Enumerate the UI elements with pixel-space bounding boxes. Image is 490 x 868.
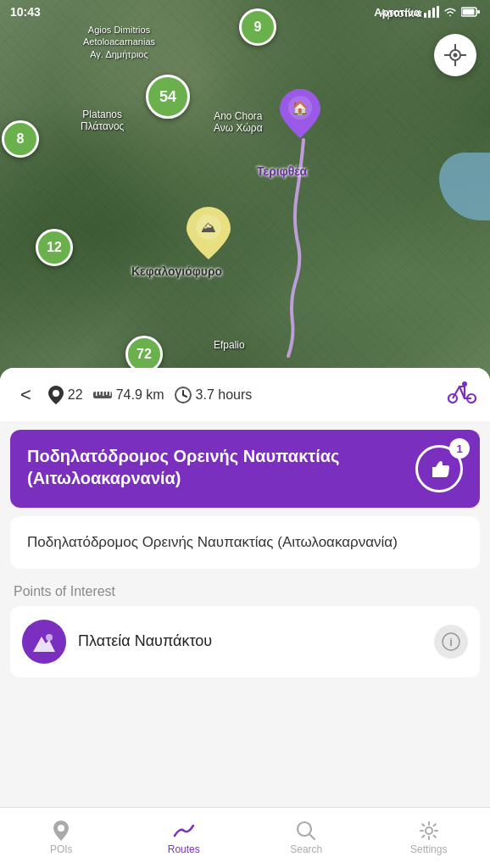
nav-item-pois[interactable]: POIs <box>0 814 123 862</box>
routes-nav-icon <box>173 821 195 841</box>
nav-item-routes[interactable]: Routes <box>123 814 246 862</box>
cluster-8[interactable]: 8 <box>2 120 39 158</box>
svg-line-35 <box>309 834 315 839</box>
svg-rect-1 <box>428 10 431 18</box>
cycling-icon <box>448 380 476 409</box>
bottom-navigation: POIs Routes Search Settings <box>0 807 490 868</box>
label-efpalio: Efpalio <box>214 339 245 351</box>
ruler-icon <box>93 389 112 401</box>
label-agios-dimitrios: Agios DimitriosAetoloacarnaniasΑγ. Δημήτ… <box>83 24 155 60</box>
svg-rect-19 <box>96 392 97 396</box>
label-terifthea: Τεριφθέα <box>257 164 307 179</box>
map-container[interactable]: Αρτοτίνα 9 54 8 12 72 Agios DimitriosAet… <box>0 0 490 381</box>
status-time: 10:43 <box>10 5 41 19</box>
svg-point-29 <box>462 381 467 387</box>
label-ano-chora: Ano ChoraΑνω Χώρα <box>214 110 263 135</box>
route-card-title: Ποδηλατόδρομος Ορεινής Ναυπακτίας (Αιτωλ… <box>27 445 405 489</box>
svg-text:i: i <box>449 636 453 648</box>
pin-svg: 🏠 <box>280 89 320 138</box>
battery-icon <box>461 7 480 17</box>
map-background <box>0 0 490 381</box>
location-pin-icon <box>48 386 64 404</box>
duration-value: 3.7 hours <box>196 387 253 403</box>
waypoints-value: 22 <box>68 387 83 403</box>
poi-info-button[interactable]: i <box>434 625 468 659</box>
svg-rect-3 <box>437 6 439 18</box>
signal-icon <box>424 6 439 18</box>
distance-stat: 74.9 km <box>93 387 164 403</box>
settings-nav-icon <box>419 821 439 841</box>
like-count: 1 <box>449 438 470 459</box>
nav-item-search[interactable]: Search <box>245 814 368 862</box>
clock-icon <box>175 387 192 403</box>
location-crosshair-icon <box>444 44 466 66</box>
location-button[interactable] <box>434 34 476 76</box>
status-bar: 10:43 Αρτοτίνα <box>0 0 490 24</box>
mountain-poi-icon <box>31 630 57 654</box>
poi-section: Points of Interest Πλατεία Ναυπάκτου i <box>10 576 480 677</box>
svg-text:🏠: 🏠 <box>292 100 309 116</box>
mountain-pin-svg: ⛰ <box>187 207 231 259</box>
terifthea-pin[interactable]: 🏠 <box>280 89 320 138</box>
poi-item[interactable]: Πλατεία Ναυπάκτου i <box>10 606 480 677</box>
like-badge[interactable]: 1 <box>415 445 463 492</box>
distance-value: 74.9 km <box>116 387 164 403</box>
status-carrier: Αρτοτίνα <box>374 6 420 19</box>
nav-label-settings: Settings <box>410 843 447 855</box>
cluster-12[interactable]: 12 <box>36 229 73 266</box>
poi-name: Πλατεία Ναυπάκτου <box>78 632 422 650</box>
svg-rect-2 <box>432 8 435 18</box>
mountain-pin[interactable]: ⛰ <box>187 207 231 263</box>
nav-item-settings[interactable]: Settings <box>368 814 491 862</box>
svg-rect-20 <box>99 392 101 395</box>
poi-section-title: Points of Interest <box>10 576 480 606</box>
bicycle-icon <box>448 380 476 403</box>
search-nav-icon <box>296 821 316 841</box>
svg-rect-0 <box>424 13 426 18</box>
route-info-bar: < 22 74.9 km <box>0 368 490 421</box>
duration-stat: 3.7 hours <box>175 387 253 403</box>
svg-line-26 <box>183 395 187 397</box>
poi-avatar <box>22 620 66 664</box>
label-kefalogioфuro: Κεφαλογιόφυρο <box>131 264 222 279</box>
thumbs-up-icon <box>427 457 451 481</box>
svg-point-12 <box>454 53 458 58</box>
description-text: Ποδηλατόδρομος Ορεινής Ναυπακτίας (Αιτωλ… <box>27 531 463 554</box>
bottom-panel: < 22 74.9 km <box>0 368 490 854</box>
svg-rect-23 <box>109 392 111 396</box>
nav-label-pois: POIs <box>50 843 73 855</box>
label-platanos: PlatanosΠλάτανος <box>81 108 124 133</box>
svg-point-33 <box>58 825 64 832</box>
svg-text:⛰: ⛰ <box>201 219 216 236</box>
wifi-icon <box>443 6 458 18</box>
svg-rect-21 <box>103 392 104 396</box>
cluster-54[interactable]: 54 <box>146 75 190 119</box>
svg-rect-5 <box>463 9 475 15</box>
info-icon: i <box>442 632 460 651</box>
svg-point-17 <box>53 390 59 397</box>
pois-nav-icon <box>51 821 71 841</box>
waypoints-stat: 22 <box>48 386 83 404</box>
svg-rect-6 <box>477 10 480 14</box>
nav-label-routes: Routes <box>168 843 200 855</box>
svg-rect-22 <box>106 392 108 395</box>
nav-label-search: Search <box>290 843 322 855</box>
route-card[interactable]: Ποδηλατόδρομος Ορεινής Ναυπακτίας (Αιτωλ… <box>10 430 480 508</box>
description-card: Ποδηλατόδρομος Ορεινής Ναυπακτίας (Αιτωλ… <box>10 516 480 569</box>
svg-point-30 <box>46 634 53 641</box>
back-button[interactable]: < <box>14 382 38 408</box>
svg-point-36 <box>426 827 432 834</box>
